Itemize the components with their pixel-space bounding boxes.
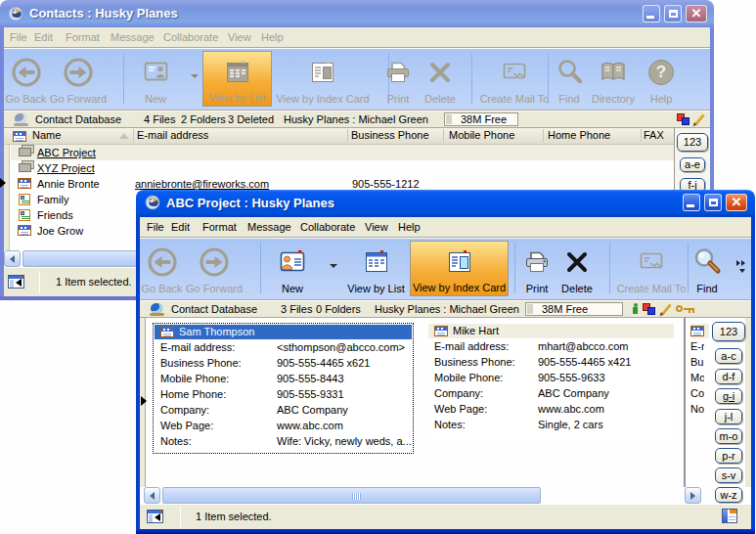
- new-button[interactable]: New: [267, 241, 318, 296]
- grid-view-icon[interactable]: [722, 509, 737, 523]
- cascade-icon[interactable]: [677, 113, 689, 125]
- menu-edit[interactable]: Edit: [171, 217, 190, 237]
- contact-icon: [18, 225, 31, 236]
- column-mobile-phone[interactable]: Mobile Phone: [449, 128, 514, 143]
- contacts-titlebar[interactable]: Contacts : Husky Planes ✕: [0, 0, 714, 27]
- field-label: Notes:: [690, 401, 704, 417]
- abc-titlebar[interactable]: ABC Project : Husky Planes ✕: [136, 190, 755, 217]
- view-by-list-button[interactable]: View by List: [341, 241, 411, 296]
- new-icon: [278, 241, 307, 283]
- maximize-button[interactable]: [704, 194, 722, 211]
- menu-edit[interactable]: Edit: [34, 27, 53, 47]
- go-forward-button[interactable]: Go Forward: [186, 241, 243, 296]
- scrollbar-thumb[interactable]: [162, 487, 541, 504]
- go-forward-button[interactable]: Go Forward: [50, 51, 107, 107]
- status-text: 1 Item selected.: [196, 511, 272, 522]
- cascade-icon[interactable]: [643, 303, 655, 315]
- column-fax[interactable]: FAX: [644, 128, 664, 143]
- column-name[interactable]: Name: [32, 128, 61, 143]
- index-tab-d-f[interactable]: d-f: [715, 369, 742, 384]
- pane-splitter[interactable]: [684, 318, 686, 487]
- index-tab-w-z[interactable]: w-z: [715, 487, 742, 503]
- view-mode-icon[interactable]: [8, 275, 24, 289]
- menu-message[interactable]: Message: [247, 217, 291, 237]
- menu-help[interactable]: Help: [398, 217, 421, 237]
- scroll-right-button[interactable]: [685, 487, 701, 504]
- column-home-phone[interactable]: Home Phone: [548, 128, 610, 143]
- row-joe-grow[interactable]: Joe Grow: [37, 223, 83, 239]
- scroll-left-button[interactable]: [4, 250, 21, 267]
- minimize-button[interactable]: [683, 194, 700, 211]
- find-button[interactable]: Find: [689, 241, 726, 296]
- index-tab-p-r[interactable]: p-r: [715, 448, 742, 464]
- index-tab-123[interactable]: 123: [712, 322, 745, 341]
- view-mode-icon[interactable]: [147, 510, 163, 523]
- row-annie-bronte[interactable]: Annie Bronte: [37, 176, 100, 192]
- create-mail-to-button[interactable]: Create Mail To: [619, 241, 684, 296]
- go-back-button[interactable]: Go Back: [140, 241, 184, 296]
- index-tab-s-v[interactable]: s-v: [715, 467, 742, 483]
- close-button[interactable]: ✕: [726, 194, 747, 211]
- column-business-phone[interactable]: Business Phone: [351, 128, 429, 143]
- field-label: Mobile Phone:: [690, 370, 704, 385]
- print-button[interactable]: Print: [517, 241, 556, 296]
- pencil-icon[interactable]: [694, 113, 704, 124]
- scroll-left-button[interactable]: [144, 487, 160, 504]
- card-sam-thompson[interactable]: Sam Thompson E-mail address: <sthompson@…: [153, 323, 414, 454]
- group-icon: [19, 209, 30, 221]
- menu-file[interactable]: File: [147, 217, 164, 237]
- menu-format[interactable]: Format: [202, 217, 237, 237]
- index-tab-m-o[interactable]: m-o: [715, 428, 742, 444]
- field-value: Single, 2 cars: [538, 417, 603, 432]
- field-label: E-mail address:: [160, 339, 235, 355]
- new-dropdown-arrow[interactable]: [330, 264, 337, 268]
- index-tab-123[interactable]: 123: [677, 133, 708, 152]
- key-icon[interactable]: [676, 304, 695, 314]
- view-by-list-button[interactable]: View by List: [202, 51, 272, 107]
- person-icon[interactable]: [632, 303, 639, 315]
- go-back-button[interactable]: Go Back: [4, 51, 48, 107]
- help-button[interactable]: ? Help: [640, 51, 683, 107]
- delete-button[interactable]: Delete: [420, 51, 461, 107]
- column-email[interactable]: E-mail address: [137, 128, 208, 143]
- menu-collaborate[interactable]: Collaborate: [163, 27, 218, 47]
- card-header[interactable]: Sam Thompson: [155, 325, 412, 339]
- menu-collaborate[interactable]: Collaborate: [300, 217, 355, 237]
- view-by-index-card-button[interactable]: View by Index Card: [274, 51, 372, 107]
- print-button[interactable]: Print: [378, 51, 418, 107]
- toolbar-overflow-chevron[interactable]: [736, 258, 750, 274]
- row-abc-project[interactable]: ABC Project: [37, 145, 96, 160]
- contact-database-icon: [150, 303, 164, 316]
- pencil-icon[interactable]: [661, 303, 671, 314]
- window-border-right: [751, 217, 755, 529]
- horizontal-scrollbar[interactable]: [144, 487, 704, 504]
- card-mike-hart[interactable]: Mike Hart E-mail address: mhart@abcco.co…: [427, 323, 675, 440]
- index-tab-j-l[interactable]: j-l: [715, 409, 742, 424]
- create-mail-to-button[interactable]: Create Mail To: [481, 51, 548, 107]
- menu-view[interactable]: View: [365, 217, 388, 237]
- row-family[interactable]: Family: [37, 192, 68, 207]
- menu-format[interactable]: Format: [66, 27, 100, 47]
- row-friends[interactable]: Friends: [37, 207, 73, 223]
- index-tab-a-e[interactable]: a-e: [680, 157, 705, 172]
- menu-help[interactable]: Help: [261, 27, 284, 47]
- project-icon: [19, 163, 31, 172]
- menu-message[interactable]: Message: [111, 27, 155, 47]
- maximize-button[interactable]: [664, 5, 682, 22]
- delete-button[interactable]: Delete: [556, 241, 598, 296]
- close-button[interactable]: ✕: [686, 5, 707, 22]
- new-button[interactable]: New: [130, 51, 181, 107]
- menu-file[interactable]: File: [10, 27, 27, 47]
- minimize-button[interactable]: [643, 5, 660, 22]
- row-xyz-project[interactable]: XYZ Project: [37, 160, 95, 176]
- find-button[interactable]: Find: [551, 51, 588, 107]
- directory-button[interactable]: Directory: [591, 51, 636, 107]
- index-tab-g-i[interactable]: g-i: [715, 388, 742, 404]
- menu-view[interactable]: View: [228, 27, 251, 47]
- card-header[interactable]: Mike Hart: [428, 324, 674, 338]
- desktop: { "bg_window": { "title": "Contacts : Hu…: [0, 0, 756, 534]
- index-tab-a-c[interactable]: a-c: [715, 348, 742, 364]
- new-dropdown-arrow[interactable]: [191, 74, 199, 78]
- view-by-index-card-button[interactable]: View by Index Card: [410, 241, 509, 296]
- field-value: 905-555-9633: [538, 370, 605, 385]
